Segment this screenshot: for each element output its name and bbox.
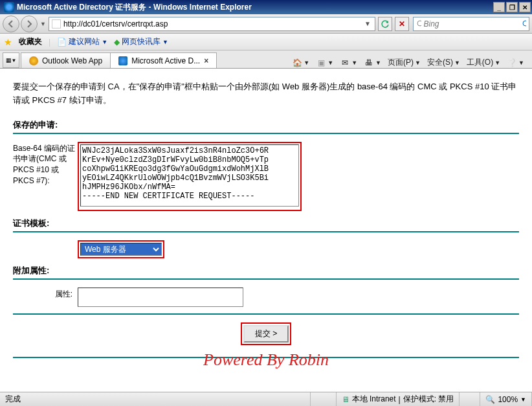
stop-button[interactable]: ✕ (395, 17, 409, 31)
page-content: 要提交一个保存的申请到 CA，在"保存的申请"框中粘贴一个由外部源(如 Web … (0, 69, 532, 376)
section-rule (13, 133, 519, 134)
home-icon: 🏠 (292, 58, 302, 68)
attrs-textarea[interactable] (78, 288, 243, 307)
svg-point-2 (523, 21, 527, 26)
slice-icon: ◆ (114, 38, 120, 47)
ie-icon (4, 2, 14, 12)
help-icon: ❔ (507, 58, 517, 68)
template-heading: 证书模板: (13, 218, 519, 229)
tab-outlook[interactable]: Outlook Web App (21, 52, 111, 68)
status-separator (311, 392, 337, 406)
tools-menu[interactable]: 工具(O) ▼ (467, 57, 500, 68)
page-icon (52, 19, 61, 28)
svg-point-0 (417, 21, 421, 26)
search-go-icon[interactable] (522, 19, 527, 28)
template-row: Web 服务器 (13, 240, 519, 258)
section-rule (13, 231, 519, 232)
folder-icon: 📄 (57, 38, 67, 47)
tab-certsrv[interactable]: Microsoft Active D... × (110, 52, 217, 68)
zone-label: 本地 Intranet (352, 394, 396, 405)
help-button[interactable]: ❔▼ (507, 58, 524, 68)
quick-tabs-button[interactable]: ▦▼ (3, 52, 19, 68)
link-label: 建议网站 (69, 36, 100, 47)
status-text: 完成 (0, 392, 311, 406)
minimize-button[interactable]: _ (493, 2, 505, 12)
section-rule (13, 278, 519, 280)
safety-menu[interactable]: 安全(S) ▼ (427, 57, 460, 68)
status-bar: 完成 🖥 本地 Intranet | 保护模式: 禁用 🔍 100% ▼ (0, 392, 532, 406)
intranet-icon: 🖥 (342, 395, 349, 404)
address-toolbar: ▼ ▼ ✕ (0, 14, 532, 34)
print-icon: 🖶 (364, 58, 374, 68)
template-select[interactable]: Web 服务器 (80, 243, 162, 256)
refresh-button[interactable] (378, 17, 392, 31)
url-dropdown-icon[interactable]: ▼ (363, 20, 372, 27)
window-buttons: _ ❐ ✕ (493, 2, 531, 12)
watermark-text: Powered By Robin (0, 350, 532, 370)
search-icon (416, 19, 421, 28)
close-button[interactable]: ✕ (519, 2, 531, 12)
rss-icon: ▣ (316, 58, 326, 68)
page-menu[interactable]: 页面(P) ▼ (388, 57, 421, 68)
tab-label: Outlook Web App (42, 56, 102, 65)
ie-page-icon (118, 56, 127, 65)
submit-row: 提交 > (13, 322, 519, 345)
suggested-sites-link[interactable]: 📄 建议网站 ▼ (57, 36, 107, 47)
back-button[interactable] (3, 16, 19, 32)
zoom-label: 100% (498, 395, 518, 404)
status-gap (460, 392, 480, 406)
web-slices-link[interactable]: ◆ 网页快讯库 ▼ (114, 36, 168, 47)
refresh-icon (381, 19, 390, 28)
submit-button[interactable]: 提交 > (243, 325, 289, 343)
attrs-heading: 附加属性: (13, 265, 519, 276)
arrow-right-icon (25, 19, 34, 28)
csr-label: Base-64 编码的证书申请(CMC 或 PKCS #10 或 PKCS #7… (13, 142, 78, 186)
intro-text: 要提交一个保存的申请到 CA，在"保存的申请"框中粘贴一个由外部源(如 Web … (13, 80, 519, 107)
dropdown-icon: ▼ (520, 396, 526, 403)
tab-close-button[interactable]: × (204, 56, 208, 65)
section-rule (13, 313, 519, 315)
spacer (13, 240, 78, 242)
zone-cell: 🖥 本地 Intranet | 保护模式: 禁用 (337, 392, 460, 406)
command-bar: 🏠▼ ▣▼ ✉▼ 🖶▼ 页面(P) ▼ 安全(S) ▼ 工具(O) ▼ ❔▼ (216, 57, 529, 68)
protected-mode-label: 保护模式: 禁用 (403, 394, 454, 405)
template-highlight-box: Web 服务器 (78, 240, 164, 258)
csr-textarea[interactable]: WNJc23jALoka3SxW0sJuaxf2is3nR4nloZc3O+6R… (80, 144, 299, 207)
url-input[interactable] (63, 19, 363, 28)
csr-highlight-box: WNJc23jALoka3SxW0sJuaxf2is3nR4nloZc3O+6R… (78, 142, 302, 211)
feeds-button[interactable]: ▣▼ (316, 58, 333, 68)
menu-label: 安全(S) (427, 57, 453, 68)
home-button[interactable]: 🏠▼ (292, 58, 309, 68)
search-input[interactable] (424, 19, 522, 28)
tab-bar: ▦▼ Outlook Web App Microsoft Active D...… (0, 51, 532, 69)
dropdown-icon: ▼ (162, 39, 168, 45)
address-bar[interactable]: ▼ (49, 17, 375, 31)
favorites-star-icon[interactable]: ★ (4, 37, 12, 47)
csr-row: Base-64 编码的证书申请(CMC 或 PKCS #10 或 PKCS #7… (13, 142, 519, 211)
attrs-row: 属性: (13, 288, 519, 307)
stop-icon: ✕ (399, 19, 405, 28)
search-bar[interactable] (413, 17, 529, 31)
window-titlebar: Microsoft Active Directory 证书服务 - Window… (0, 0, 532, 14)
dropdown-icon: ▼ (102, 39, 107, 45)
menu-label: 工具(O) (467, 57, 493, 68)
print-button[interactable]: 🖶▼ (364, 58, 381, 68)
mail-button[interactable]: ✉▼ (340, 58, 357, 68)
zoom-icon: 🔍 (485, 395, 495, 404)
tab-label: Microsoft Active D... (131, 56, 200, 65)
favorites-label: 收藏夹 (19, 36, 42, 47)
submit-highlight-box: 提交 > (241, 322, 291, 345)
menu-label: 页面(P) (388, 57, 414, 68)
attrs-label: 属性: (13, 288, 78, 300)
window-title: Microsoft Active Directory 证书服务 - Window… (17, 2, 493, 13)
saved-request-heading: 保存的申请: (13, 119, 519, 131)
history-dropdown-icon[interactable]: ▼ (39, 21, 47, 27)
forward-button[interactable] (21, 16, 38, 32)
mail-icon: ✉ (340, 58, 350, 68)
arrow-left-icon (6, 19, 16, 28)
zoom-cell[interactable]: 🔍 100% ▼ (480, 392, 532, 406)
maximize-button[interactable]: ❐ (506, 2, 518, 12)
favorites-bar: ★ 收藏夹 | 📄 建议网站 ▼ ◆ 网页快讯库 ▼ (0, 34, 532, 51)
link-label: 网页快讯库 (122, 36, 161, 47)
owa-icon (29, 56, 38, 65)
